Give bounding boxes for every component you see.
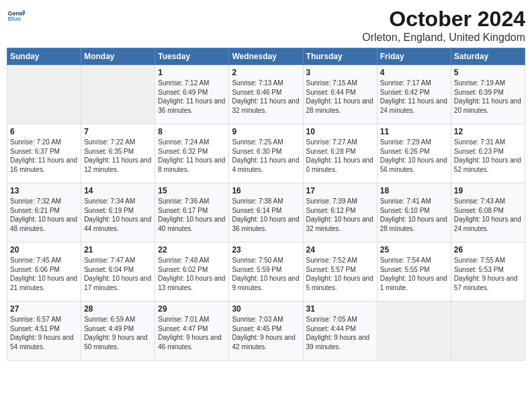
calendar-cell: 1Sunrise: 7:12 AMSunset: 6:49 PMDaylight… [155, 65, 229, 124]
calendar-cell [377, 302, 451, 361]
day-header-friday: Friday [377, 48, 451, 65]
day-number: 12 [454, 127, 522, 136]
day-number: 2 [232, 68, 300, 77]
day-number: 28 [84, 304, 152, 314]
day-number: 23 [232, 245, 300, 255]
day-number: 11 [380, 127, 448, 136]
cell-info: Sunrise: 7:45 AMSunset: 6:06 PMDaylight:… [10, 257, 77, 291]
day-number: 7 [84, 127, 152, 136]
cell-info: Sunrise: 7:03 AMSunset: 4:45 PMDaylight:… [232, 316, 296, 351]
calendar-cell: 31Sunrise: 7:05 AMSunset: 4:44 PMDayligh… [303, 302, 377, 361]
day-number: 31 [306, 304, 374, 314]
calendar-cell: 25Sunrise: 7:54 AMSunset: 5:55 PMDayligh… [377, 242, 451, 302]
cell-info: Sunrise: 7:36 AMSunset: 6:17 PMDaylight:… [158, 197, 225, 232]
day-number: 24 [306, 245, 374, 255]
calendar-cell: 8Sunrise: 7:24 AMSunset: 6:32 PMDaylight… [155, 124, 229, 183]
calendar-cell: 15Sunrise: 7:36 AMSunset: 6:17 PMDayligh… [155, 183, 229, 242]
cell-info: Sunrise: 7:13 AMSunset: 6:46 PMDaylight:… [232, 79, 299, 114]
calendar-cell: 20Sunrise: 7:45 AMSunset: 6:06 PMDayligh… [7, 242, 81, 302]
day-number: 4 [380, 68, 448, 77]
cell-info: Sunrise: 7:55 AMSunset: 5:53 PMDaylight:… [454, 257, 518, 291]
day-number: 14 [84, 186, 152, 195]
cell-info: Sunrise: 7:32 AMSunset: 6:21 PMDaylight:… [10, 197, 77, 232]
calendar-cell: 30Sunrise: 7:03 AMSunset: 4:45 PMDayligh… [229, 302, 303, 361]
calendar-cell: 11Sunrise: 7:29 AMSunset: 6:26 PMDayligh… [377, 124, 451, 183]
title-area: October 2024 Orleton, England, United Ki… [362, 7, 525, 44]
calendar-cell [451, 302, 525, 361]
day-number: 20 [10, 245, 78, 255]
day-number: 3 [306, 68, 374, 77]
cell-info: Sunrise: 7:01 AMSunset: 4:47 PMDaylight:… [158, 316, 222, 351]
calendar-cell [7, 65, 81, 124]
calendar-cell: 26Sunrise: 7:55 AMSunset: 5:53 PMDayligh… [451, 242, 525, 302]
calendar-cell: 4Sunrise: 7:17 AMSunset: 6:42 PMDaylight… [377, 65, 451, 124]
location-subtitle: Orleton, England, United Kingdom [362, 32, 525, 44]
calendar-cell: 7Sunrise: 7:22 AMSunset: 6:35 PMDaylight… [81, 124, 155, 183]
calendar-cell: 12Sunrise: 7:31 AMSunset: 6:23 PMDayligh… [451, 124, 525, 183]
day-number: 5 [454, 68, 522, 77]
calendar-cell: 2Sunrise: 7:13 AMSunset: 6:46 PMDaylight… [229, 65, 303, 124]
cell-info: Sunrise: 7:19 AMSunset: 6:39 PMDaylight:… [454, 79, 521, 114]
day-number: 1 [158, 68, 226, 77]
day-number: 6 [10, 127, 78, 136]
cell-info: Sunrise: 7:47 AMSunset: 6:04 PMDaylight:… [84, 257, 151, 291]
cell-info: Sunrise: 7:54 AMSunset: 5:55 PMDaylight:… [380, 257, 447, 291]
cell-info: Sunrise: 7:43 AMSunset: 6:08 PMDaylight:… [454, 197, 521, 232]
calendar-cell: 21Sunrise: 7:47 AMSunset: 6:04 PMDayligh… [81, 242, 155, 302]
calendar-cell: 16Sunrise: 7:38 AMSunset: 6:14 PMDayligh… [229, 183, 303, 242]
cell-info: Sunrise: 7:38 AMSunset: 6:14 PMDaylight:… [232, 197, 299, 232]
cell-info: Sunrise: 7:29 AMSunset: 6:26 PMDaylight:… [380, 138, 447, 173]
calendar-cell: 9Sunrise: 7:25 AMSunset: 6:30 PMDaylight… [229, 124, 303, 183]
day-number: 13 [10, 186, 78, 195]
cell-info: Sunrise: 7:48 AMSunset: 6:02 PMDaylight:… [158, 257, 225, 291]
day-number: 10 [306, 127, 374, 136]
day-number: 16 [232, 186, 300, 195]
cell-info: Sunrise: 7:17 AMSunset: 6:42 PMDaylight:… [380, 79, 447, 114]
cell-info: Sunrise: 7:52 AMSunset: 5:57 PMDaylight:… [306, 257, 373, 291]
calendar-cell: 6Sunrise: 7:20 AMSunset: 6:37 PMDaylight… [7, 124, 81, 183]
day-header-saturday: Saturday [451, 48, 525, 65]
day-number: 26 [454, 245, 522, 255]
cell-info: Sunrise: 7:05 AMSunset: 4:44 PMDaylight:… [306, 316, 370, 351]
day-number: 27 [10, 304, 78, 314]
day-header-sunday: Sunday [7, 48, 81, 65]
day-number: 22 [158, 245, 226, 255]
calendar-cell: 3Sunrise: 7:15 AMSunset: 6:44 PMDaylight… [303, 65, 377, 124]
calendar-cell: 29Sunrise: 7:01 AMSunset: 4:47 PMDayligh… [155, 302, 229, 361]
cell-info: Sunrise: 7:41 AMSunset: 6:10 PMDaylight:… [380, 197, 447, 232]
cell-info: Sunrise: 7:12 AMSunset: 6:49 PMDaylight:… [158, 79, 225, 114]
cell-info: Sunrise: 7:24 AMSunset: 6:32 PMDaylight:… [158, 138, 225, 173]
day-header-thursday: Thursday [303, 48, 377, 65]
calendar-cell: 22Sunrise: 7:48 AMSunset: 6:02 PMDayligh… [155, 242, 229, 302]
cell-info: Sunrise: 7:31 AMSunset: 6:23 PMDaylight:… [454, 138, 521, 173]
day-number: 17 [306, 186, 374, 195]
calendar-cell: 24Sunrise: 7:52 AMSunset: 5:57 PMDayligh… [303, 242, 377, 302]
day-number: 21 [84, 245, 152, 255]
month-title: October 2024 [362, 7, 525, 32]
cell-info: Sunrise: 7:20 AMSunset: 6:37 PMDaylight:… [10, 138, 77, 173]
calendar-cell: 27Sunrise: 6:57 AMSunset: 4:51 PMDayligh… [7, 302, 81, 361]
calendar-cell: 14Sunrise: 7:34 AMSunset: 6:19 PMDayligh… [81, 183, 155, 242]
day-number: 18 [380, 186, 448, 195]
calendar-cell: 19Sunrise: 7:43 AMSunset: 6:08 PMDayligh… [451, 183, 525, 242]
day-number: 25 [380, 245, 448, 255]
cell-info: Sunrise: 7:25 AMSunset: 6:30 PMDaylight:… [232, 138, 299, 173]
day-header-monday: Monday [81, 48, 155, 65]
day-number: 15 [158, 186, 226, 195]
calendar-cell: 18Sunrise: 7:41 AMSunset: 6:10 PMDayligh… [377, 183, 451, 242]
cell-info: Sunrise: 7:50 AMSunset: 5:59 PMDaylight:… [232, 257, 299, 291]
day-header-tuesday: Tuesday [155, 48, 229, 65]
cell-info: Sunrise: 6:59 AMSunset: 4:49 PMDaylight:… [84, 316, 148, 351]
calendar-cell: 13Sunrise: 7:32 AMSunset: 6:21 PMDayligh… [7, 183, 81, 242]
day-number: 29 [158, 304, 226, 314]
calendar-cell: 10Sunrise: 7:27 AMSunset: 6:28 PMDayligh… [303, 124, 377, 183]
day-header-wednesday: Wednesday [229, 48, 303, 65]
day-number: 19 [454, 186, 522, 195]
calendar-table: SundayMondayTuesdayWednesdayThursdayFrid… [7, 48, 525, 361]
cell-info: Sunrise: 7:39 AMSunset: 6:12 PMDaylight:… [306, 197, 373, 232]
header: General Blue October 2024 Orleton, Engla… [7, 7, 525, 44]
day-number: 8 [158, 127, 226, 136]
cell-info: Sunrise: 7:15 AMSunset: 6:44 PMDaylight:… [306, 79, 373, 114]
logo: General Blue [7, 7, 26, 26]
cell-info: Sunrise: 7:34 AMSunset: 6:19 PMDaylight:… [84, 197, 151, 232]
